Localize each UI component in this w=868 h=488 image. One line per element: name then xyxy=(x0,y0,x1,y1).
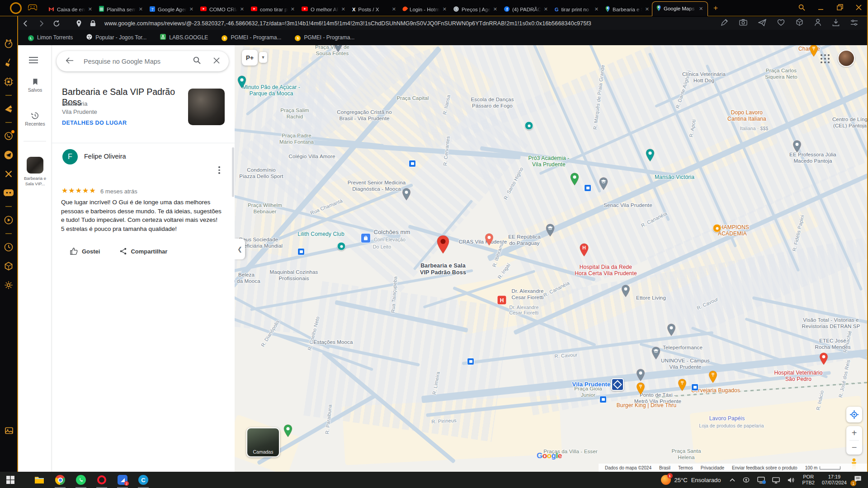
tab-close-icon[interactable]: ✕ xyxy=(291,6,295,12)
attribution-link[interactable]: Termos xyxy=(678,465,693,470)
tab-close-icon[interactable]: ✕ xyxy=(88,6,92,12)
map-marker-pin-orange[interactable] xyxy=(708,371,717,385)
browser-tab[interactable]: Planilha sem✕ xyxy=(95,3,146,16)
map-marker-bus[interactable] xyxy=(599,396,607,403)
map-marker-bus[interactable] xyxy=(409,160,416,167)
print-extension-button[interactable]: P+ xyxy=(242,50,258,66)
bookmark-heart-icon[interactable] xyxy=(777,19,785,28)
bookmark-item[interactable]: Popular - Jogos Tor... xyxy=(86,34,146,41)
tab-close-icon[interactable]: ✕ xyxy=(341,6,345,12)
map-marker-pin-orange[interactable] xyxy=(678,379,687,393)
bookmark-item[interactable]: LLimon Torrents xyxy=(28,34,73,41)
new-tab-button[interactable]: + xyxy=(713,4,718,13)
network-icon[interactable] xyxy=(772,477,780,483)
explorer-taskbar-icon[interactable] xyxy=(29,472,50,488)
business-photo[interactable] xyxy=(188,89,225,125)
browser-tab[interactable]: 7Google Agen✕ xyxy=(146,3,196,16)
gx-logo-icon[interactable] xyxy=(3,103,14,114)
onedrive-icon[interactable] xyxy=(742,477,750,483)
tab-close-icon[interactable]: ✕ xyxy=(139,6,143,12)
tab-close-icon[interactable]: ✕ xyxy=(493,6,497,12)
forward-button[interactable] xyxy=(38,20,45,27)
start-button[interactable] xyxy=(0,472,21,488)
settings-icon[interactable] xyxy=(3,280,14,291)
reviewer-name[interactable]: Felipe Oliveira xyxy=(84,153,126,160)
whatsapp-taskbar-icon[interactable] xyxy=(71,472,91,488)
tab-close-icon[interactable]: ✕ xyxy=(443,6,447,12)
share-button[interactable]: Compartilhar xyxy=(120,248,167,255)
discord-icon[interactable] xyxy=(3,188,14,198)
notification-center-icon[interactable]: 1 xyxy=(854,475,862,484)
tab-close-icon[interactable]: ✕ xyxy=(645,6,649,12)
whatsapp-icon[interactable] xyxy=(3,131,14,141)
browser-tab[interactable]: COMO CRIAR✕ xyxy=(196,3,247,16)
browser-tab[interactable]: XPosts / X✕ xyxy=(348,3,399,16)
cleaner-icon[interactable] xyxy=(3,57,14,68)
bookmark-item[interactable]: $PGMEI - Programa... xyxy=(222,34,281,41)
review-menu-icon[interactable] xyxy=(218,166,220,175)
capture-icon[interactable] xyxy=(4,425,14,436)
tray-chevron-icon[interactable] xyxy=(730,478,735,482)
reload-button[interactable] xyxy=(53,20,60,27)
blueapp-taskbar-icon[interactable]: 2 xyxy=(112,472,133,488)
map-marker-pin-grey[interactable] xyxy=(636,369,645,383)
opera-gx-logo-icon[interactable] xyxy=(10,2,22,14)
settings-sliders-icon[interactable] xyxy=(850,19,858,28)
google-apps-grid-icon[interactable] xyxy=(820,53,831,65)
map-marker-sq-red-h[interactable]: H xyxy=(497,296,507,305)
browser-tab[interactable]: Preços | Agen✕ xyxy=(449,3,500,16)
sidebar-item-saved[interactable]: Salvos xyxy=(18,78,52,93)
map-marker-pin-grey[interactable] xyxy=(793,140,802,155)
bookmark-item[interactable]: LABS.GOOGLE xyxy=(160,34,208,41)
map-marker-pin-teal[interactable] xyxy=(237,75,247,90)
browser-tab[interactable]: como tirar pr✕ xyxy=(247,3,297,16)
send-icon[interactable] xyxy=(758,19,766,28)
account-avatar[interactable] xyxy=(838,50,855,67)
my-location-button[interactable] xyxy=(846,407,862,422)
back-button[interactable] xyxy=(22,20,29,27)
close-search-icon[interactable] xyxy=(213,57,220,66)
edit-share-icon[interactable] xyxy=(721,19,728,28)
map-marker-pin-grey[interactable] xyxy=(667,324,676,338)
map-marker-bus[interactable] xyxy=(691,384,698,391)
map-marker-bus[interactable] xyxy=(467,358,474,365)
map-marker-pin-green[interactable] xyxy=(283,424,293,439)
back-arrow-icon[interactable] xyxy=(66,57,74,66)
capcut-taskbar-icon[interactable]: C xyxy=(133,472,154,488)
extensions-cube-icon[interactable] xyxy=(796,19,803,28)
attribution-link[interactable]: Dados do mapa ©2024 xyxy=(605,465,651,470)
map-marker-metro[interactable] xyxy=(611,378,624,391)
map-marker-pin-red[interactable] xyxy=(819,352,828,367)
reviewer-avatar[interactable]: F xyxy=(62,149,78,164)
map-marker-pin-orange[interactable] xyxy=(809,45,818,59)
snapshot-camera-icon[interactable] xyxy=(739,19,747,28)
browser-tab[interactable]: O melhor APL✕ xyxy=(297,3,348,16)
tab-close-icon[interactable]: ✕ xyxy=(594,6,599,12)
browser-tab[interactable]: Login - Hotm✕ xyxy=(399,3,449,16)
attribution-link[interactable]: Enviar feedback sobre o produto xyxy=(732,465,797,470)
map-marker-circ-teal[interactable] xyxy=(525,122,533,130)
weather-widget[interactable]: 1 25°C Ensolarado xyxy=(656,475,726,485)
zoom-in-button[interactable]: + xyxy=(852,426,857,440)
downloads-icon[interactable] xyxy=(832,19,840,28)
map-marker-pin-grad[interactable] xyxy=(546,224,555,239)
map-marker-bus[interactable] xyxy=(584,184,591,192)
search-box[interactable]: Pesquise no Google Maps xyxy=(57,51,229,71)
volume-icon[interactable] xyxy=(787,477,795,483)
menu-icon[interactable] xyxy=(29,57,38,63)
map-marker-pin-salmon[interactable] xyxy=(485,233,494,248)
hot-tabs-icon[interactable] xyxy=(3,76,14,87)
attribution-link[interactable]: Brasil xyxy=(659,465,670,470)
zoom-out-button[interactable]: − xyxy=(852,441,857,455)
player-icon[interactable] xyxy=(3,215,14,225)
map-marker-pin-grey[interactable] xyxy=(402,188,411,202)
history-icon[interactable] xyxy=(3,242,14,253)
like-button[interactable]: Gostei xyxy=(70,248,100,255)
tab-close-icon[interactable]: ✕ xyxy=(189,6,193,12)
gx-control-icon[interactable] xyxy=(3,38,14,49)
map-marker-pin-grad[interactable] xyxy=(599,177,609,192)
tab-close-icon[interactable]: ✕ xyxy=(544,6,548,12)
browser-tab[interactable]: Caixa de entr✕ xyxy=(44,3,95,16)
print-extension-caret[interactable]: ▼ xyxy=(259,52,267,63)
map-marker-pin-red-big[interactable] xyxy=(436,235,450,256)
